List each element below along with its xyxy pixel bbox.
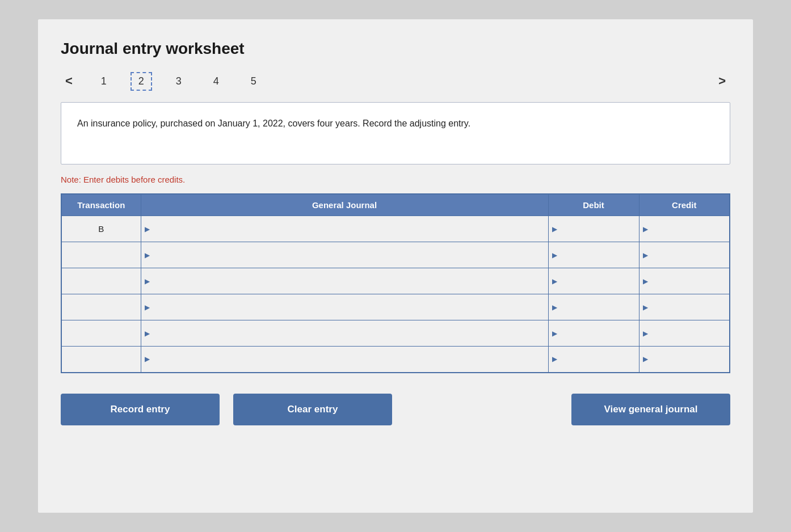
journal-table: Transaction General Journal Debit Credit… <box>61 193 730 373</box>
credit-input-5[interactable] <box>650 328 726 339</box>
table-row: ▶ ▶ ▶ <box>61 242 730 268</box>
credit-arrow-1: ▶ <box>643 225 648 233</box>
pagination-row: < 1 2 3 4 5 > <box>61 71 730 91</box>
arrow-icon-6: ▶ <box>145 355 150 363</box>
journal-cell-5[interactable]: ▶ <box>141 320 548 347</box>
debit-input-2[interactable] <box>559 250 636 261</box>
debit-input-1[interactable] <box>559 223 636 235</box>
table-row: B ▶ ▶ ▶ <box>61 216 730 242</box>
transaction-cell-5 <box>61 320 141 347</box>
credit-input-2[interactable] <box>650 250 726 261</box>
journal-input-3[interactable] <box>152 276 545 287</box>
table-row: ▶ ▶ ▶ <box>61 347 730 373</box>
credit-arrow-6: ▶ <box>643 355 648 363</box>
debit-arrow-6: ▶ <box>552 355 557 363</box>
credit-input-1[interactable] <box>650 223 726 235</box>
table-row: ▶ ▶ ▶ <box>61 294 730 320</box>
debit-cell-2[interactable]: ▶ <box>548 242 639 268</box>
next-page-button[interactable]: > <box>714 71 730 91</box>
debit-arrow-3: ▶ <box>552 277 557 285</box>
arrow-icon-1: ▶ <box>145 225 150 233</box>
debit-cell-1[interactable]: ▶ <box>548 216 639 242</box>
th-credit: Credit <box>639 194 730 216</box>
journal-input-5[interactable] <box>152 328 545 339</box>
journal-cell-1[interactable]: ▶ <box>141 216 548 242</box>
main-container: Journal entry worksheet < 1 2 3 4 5 > An… <box>38 19 753 513</box>
journal-cell-4[interactable]: ▶ <box>141 294 548 320</box>
transaction-cell-4 <box>61 294 141 320</box>
credit-arrow-3: ▶ <box>643 277 648 285</box>
credit-cell-6[interactable]: ▶ <box>639 347 730 373</box>
debit-input-5[interactable] <box>559 328 636 339</box>
arrow-icon-4: ▶ <box>145 303 150 311</box>
debit-arrow-1: ▶ <box>552 225 557 233</box>
view-general-journal-button[interactable]: View general journal <box>571 394 730 425</box>
journal-input-6[interactable] <box>152 353 545 365</box>
description-box: An insurance policy, purchased on Januar… <box>61 102 730 164</box>
transaction-cell-1: B <box>61 216 141 242</box>
description-text: An insurance policy, purchased on Januar… <box>77 116 714 131</box>
journal-input-4[interactable] <box>152 302 545 313</box>
th-general-journal: General Journal <box>141 194 548 216</box>
credit-input-4[interactable] <box>650 302 726 313</box>
journal-input-2[interactable] <box>152 250 545 261</box>
note-text: Note: Enter debits before credits. <box>61 175 730 184</box>
credit-cell-4[interactable]: ▶ <box>639 294 730 320</box>
table-row: ▶ ▶ ▶ <box>61 268 730 294</box>
clear-entry-button[interactable]: Clear entry <box>233 394 392 425</box>
th-debit: Debit <box>548 194 639 216</box>
th-transaction: Transaction <box>61 194 141 216</box>
debit-arrow-4: ▶ <box>552 303 557 311</box>
page-1[interactable]: 1 <box>93 73 115 90</box>
arrow-icon-3: ▶ <box>145 277 150 285</box>
record-entry-button[interactable]: Record entry <box>61 394 220 425</box>
debit-arrow-2: ▶ <box>552 251 557 259</box>
debit-input-3[interactable] <box>559 276 636 287</box>
transaction-cell-3 <box>61 268 141 294</box>
journal-input-1[interactable] <box>152 223 545 235</box>
debit-cell-6[interactable]: ▶ <box>548 347 639 373</box>
journal-cell-3[interactable]: ▶ <box>141 268 548 294</box>
transaction-cell-6 <box>61 347 141 373</box>
prev-page-button[interactable]: < <box>61 71 77 91</box>
credit-cell-3[interactable]: ▶ <box>639 268 730 294</box>
debit-input-4[interactable] <box>559 302 636 313</box>
credit-arrow-2: ▶ <box>643 251 648 259</box>
credit-cell-2[interactable]: ▶ <box>639 242 730 268</box>
credit-cell-1[interactable]: ▶ <box>639 216 730 242</box>
buttons-row: Record entry Clear entry View general jo… <box>61 394 730 425</box>
credit-cell-5[interactable]: ▶ <box>639 320 730 347</box>
debit-cell-3[interactable]: ▶ <box>548 268 639 294</box>
debit-cell-5[interactable]: ▶ <box>548 320 639 347</box>
page-3[interactable]: 3 <box>168 73 190 90</box>
credit-input-6[interactable] <box>650 353 726 365</box>
journal-cell-2[interactable]: ▶ <box>141 242 548 268</box>
debit-arrow-5: ▶ <box>552 330 557 337</box>
credit-arrow-5: ▶ <box>643 330 648 337</box>
journal-cell-6[interactable]: ▶ <box>141 347 548 373</box>
arrow-icon-5: ▶ <box>145 330 150 337</box>
page-5[interactable]: 5 <box>243 73 264 90</box>
debit-cell-4[interactable]: ▶ <box>548 294 639 320</box>
page-2-active[interactable]: 2 <box>131 72 152 91</box>
transaction-cell-2 <box>61 242 141 268</box>
table-row: ▶ ▶ ▶ <box>61 320 730 347</box>
arrow-icon-2: ▶ <box>145 251 150 259</box>
page-title: Journal entry worksheet <box>61 40 730 58</box>
credit-input-3[interactable] <box>650 276 726 287</box>
credit-arrow-4: ▶ <box>643 303 648 311</box>
debit-input-6[interactable] <box>559 353 636 365</box>
page-4[interactable]: 4 <box>205 73 227 90</box>
